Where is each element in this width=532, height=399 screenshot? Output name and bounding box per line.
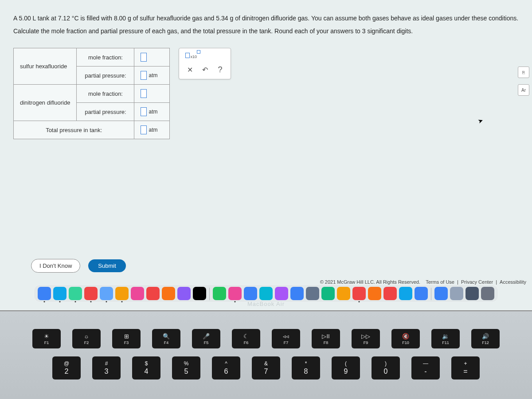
key-top-symbol: ( [345, 360, 347, 367]
sci-notation-button[interactable]: x10 [185, 53, 200, 58]
dock-app-icon[interactable] [131, 287, 144, 300]
fkey-symbol-icon: ▷II [322, 333, 329, 340]
function-key: 🎤F5 [192, 329, 220, 348]
fkey-symbol-icon: ☼ [84, 333, 89, 340]
gas2-pressure-input[interactable] [141, 107, 147, 116]
dock-app-icon[interactable] [434, 287, 448, 300]
mole-fraction-label: mole fraction: [77, 48, 134, 66]
key-bottom-symbol: = [463, 368, 467, 376]
text: Calculate the mole fraction and partial … [13, 27, 362, 35]
mass1-value: 8.00 g [114, 15, 131, 22]
unit-atm: atm [149, 72, 157, 78]
fkey-label: F3 [124, 340, 129, 345]
dock-running-dot-icon [235, 301, 236, 302]
dock-app-icon[interactable] [193, 287, 206, 300]
total-pressure-input[interactable] [141, 125, 147, 134]
function-key: 🔊F12 [471, 329, 500, 348]
dock-app-icon[interactable] [53, 287, 66, 300]
temperature-value: 7.12 °C [58, 15, 79, 22]
submit-button[interactable]: Submit [88, 259, 125, 272]
key-bottom-symbol: 7 [264, 368, 268, 376]
dock-app-icon[interactable] [321, 287, 335, 300]
key-top-symbol: % [184, 360, 189, 367]
gas1-pressure-input[interactable] [141, 71, 147, 80]
number-key: —- [411, 356, 440, 379]
help-icon[interactable]: ? [215, 65, 224, 74]
dock-app-icon[interactable] [415, 287, 428, 300]
dock-app-icon[interactable] [38, 287, 51, 300]
dock-app-icon[interactable] [450, 287, 463, 300]
dock-app-icon[interactable] [213, 287, 226, 300]
text: is filled with [79, 15, 114, 22]
partial-pressure-label-2: partial pressure: [77, 103, 134, 121]
undo-icon[interactable]: ↶ [200, 66, 209, 74]
dock-app-icon[interactable] [259, 287, 273, 300]
gas1-label: sulfur hexafluoride [14, 48, 77, 85]
number-key: %5 [172, 356, 200, 379]
dock-app-icon[interactable] [383, 287, 397, 300]
dock-running-dot-icon [359, 301, 360, 302]
number-key: )0 [372, 356, 400, 379]
side-icons: ⎘ Ar [518, 66, 529, 96]
fkey-label: F5 [204, 340, 209, 345]
text: A [13, 15, 19, 22]
dock-app-icon[interactable] [244, 287, 257, 300]
gas1-molefraction-input[interactable] [141, 53, 147, 62]
fkey-symbol-icon: ☾ [243, 333, 249, 340]
fkey-label: F8 [324, 340, 329, 345]
dock-running-dot-icon [121, 301, 123, 302]
dock-app-icon[interactable] [228, 287, 242, 300]
function-key: ▷IIF8 [312, 329, 340, 348]
gas2-label: dinitrogen difluoride [14, 85, 77, 121]
number-key: (9 [332, 356, 360, 379]
function-key: ▷▷F9 [352, 329, 380, 348]
dock-app-icon[interactable] [115, 287, 129, 300]
idk-button[interactable]: I Don't Know [31, 259, 80, 273]
fkey-symbol-icon: ☀ [44, 333, 49, 340]
dock-app-icon[interactable] [352, 287, 366, 300]
tool-actions-row: ✕ ↶ ? [183, 63, 227, 76]
dock-app-icon[interactable] [177, 287, 191, 300]
fkey-label: F2 [84, 340, 89, 345]
action-buttons: I Don't Know Submit [31, 259, 126, 273]
dock-app-icon[interactable] [466, 287, 479, 300]
fkey-symbol-icon: 🎤 [203, 333, 210, 340]
dock-app-icon[interactable] [84, 287, 98, 300]
fkey-symbol-icon: ◃◃ [283, 333, 289, 340]
dock-app-icon[interactable] [368, 287, 381, 300]
accessibility-link[interactable]: Accessibility [500, 279, 526, 285]
function-key: ◃◃F7 [272, 329, 300, 348]
close-icon[interactable]: ✕ [185, 66, 194, 74]
dock-app-icon[interactable] [146, 287, 160, 300]
dock-app-icon[interactable] [306, 287, 319, 300]
macbook-label: MacBook Air [247, 301, 285, 307]
gas2-molefraction-cell [134, 85, 170, 103]
fkey-label: F7 [284, 340, 289, 345]
key-bottom-symbol: 4 [145, 368, 149, 376]
gas2-molefraction-input[interactable] [141, 89, 147, 98]
periodic-table-icon[interactable]: Ar [518, 84, 529, 96]
dock-app-icon[interactable] [399, 287, 412, 300]
dock-app-icon[interactable] [481, 287, 494, 300]
dock-app-icon[interactable] [290, 287, 304, 300]
gas2-pressure-cell: atm [134, 103, 170, 121]
fkey-label: F1 [44, 340, 49, 345]
dock-app-icon[interactable] [100, 287, 113, 300]
dock-app-icon[interactable] [162, 287, 175, 300]
dock-app-icon[interactable] [337, 287, 350, 300]
key-top-symbol: & [264, 360, 268, 367]
fkey-symbol-icon: 🔍 [163, 333, 170, 340]
footer-links: © 2021 McGraw Hill LLC. All Rights Reser… [320, 279, 528, 285]
key-top-symbol: ^ [225, 360, 227, 367]
privacy-link[interactable]: Privacy Center [461, 279, 493, 285]
fkey-label: F12 [482, 340, 489, 345]
number-key-row: @2#3$4%5^6&7*8(9)0—-+= [0, 356, 532, 379]
dock-app-icon[interactable] [69, 287, 82, 300]
sci-label: x10 [190, 55, 197, 59]
instruction-text: Calculate the mole fraction and partial … [13, 27, 519, 35]
key-top-symbol: ) [385, 360, 387, 367]
dock-app-icon[interactable] [275, 287, 288, 300]
terms-link[interactable]: Terms of Use [426, 279, 454, 285]
number-key: #3 [92, 356, 121, 379]
side-tool-1-icon[interactable]: ⎘ [518, 66, 529, 78]
